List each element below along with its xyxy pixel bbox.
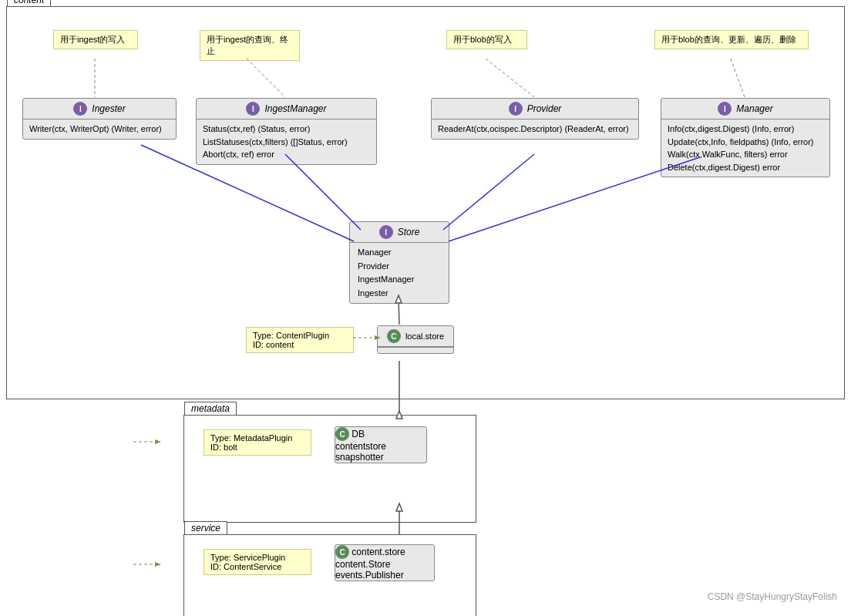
- content-store-box: C content.store content.Store events.Pub…: [335, 544, 435, 581]
- note-ingest-write: 用于ingest的写入: [53, 30, 138, 49]
- db-body: contentstore snapshotter: [335, 441, 426, 463]
- metadata-package-tab: metadata: [184, 402, 237, 415]
- provider-body: ReaderAt(ctx,ocispec.Descriptor) (Reader…: [432, 119, 638, 139]
- main-container: content 用于ingest的写入 用于ingest的查询、终止 用于blo…: [6, 6, 845, 610]
- manager-icon: I: [718, 102, 732, 116]
- db-box: C DB contentstore snapshotter: [335, 426, 427, 463]
- db-icon: C: [335, 427, 349, 441]
- store-body: Manager Provider IngestManager Ingester: [350, 243, 449, 303]
- watermark: CSDN @StayHungryStayFolish: [708, 591, 837, 602]
- store-header: I Store: [350, 222, 449, 243]
- ingester-body: Writer(ctx, WriterOpt) (Writer, error): [23, 119, 176, 139]
- content-package-tab: content: [7, 0, 51, 6]
- note-blob-write: 用于blob的写入: [446, 30, 527, 49]
- service-package: service Type: ServicePlugin ID: ContentS…: [183, 534, 476, 616]
- ingester-box: I Ingester Writer(ctx, WriterOpt) (Write…: [22, 98, 177, 140]
- ingest-manager-body: Status(ctx,ref) (Status, error) ListStat…: [197, 119, 376, 164]
- note-blob-query: 用于blob的查询、更新、遍历、删除: [654, 30, 809, 49]
- manager-box: I Manager Info(ctx,digest.Digest) (Info,…: [661, 98, 830, 177]
- store-icon: I: [379, 225, 393, 239]
- content-store-icon: C: [335, 545, 349, 559]
- ingester-header: I Ingester: [23, 99, 176, 119]
- svg-marker-15: [155, 439, 161, 444]
- local-store-header: C local.store: [378, 326, 453, 347]
- note-ingest-query: 用于ingest的查询、终止: [200, 30, 300, 61]
- content-package: content 用于ingest的写入 用于ingest的查询、终止 用于blo…: [6, 6, 845, 399]
- svg-marker-20: [155, 562, 161, 567]
- provider-header: I Provider: [432, 99, 638, 119]
- manager-header: I Manager: [661, 99, 829, 119]
- db-header: C DB: [335, 427, 426, 441]
- ingest-manager-box: I IngestManager Status(ctx,ref) (Status,…: [196, 98, 377, 165]
- ingester-icon: I: [73, 102, 87, 116]
- provider-icon: I: [509, 102, 523, 116]
- content-store-body: content.Store events.Publisher: [335, 559, 434, 581]
- content-store-header: C content.store: [335, 545, 434, 559]
- provider-box: I Provider ReaderAt(ctx,ocispec.Descript…: [431, 98, 639, 140]
- ingest-manager-icon: I: [246, 102, 260, 116]
- local-store-icon: C: [387, 329, 401, 343]
- metadata-package: metadata Type: MetadataPlugin ID: bolt C…: [183, 415, 476, 523]
- note-service-plugin: Type: ServicePlugin ID: ContentService: [204, 549, 311, 575]
- local-store-box: C local.store: [377, 325, 454, 354]
- ingest-manager-header: I IngestManager: [197, 99, 376, 119]
- service-package-tab: service: [184, 521, 227, 534]
- manager-body: Info(ctx,digest.Digest) (Info, error) Up…: [661, 119, 829, 177]
- note-content-plugin: Type: ContentPlugin ID: content: [246, 327, 354, 353]
- store-box: I Store Manager Provider IngestManager I…: [349, 221, 449, 304]
- note-metadata-plugin: Type: MetadataPlugin ID: bolt: [204, 429, 311, 456]
